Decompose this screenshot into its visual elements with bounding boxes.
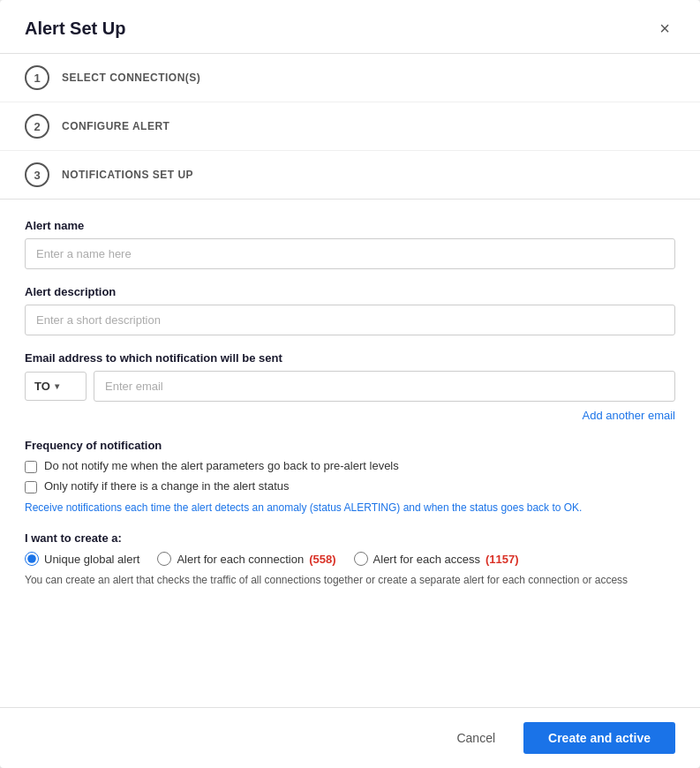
- email-label: Email address to which notification will…: [25, 351, 675, 365]
- alert-desc-label: Alert description: [25, 285, 675, 298]
- chevron-down-icon: ▾: [55, 381, 59, 391]
- frequency-group: Frequency of notification Do not notify …: [25, 439, 675, 516]
- step-2-circle: 2: [25, 114, 49, 139]
- step-3-circle: 3: [25, 162, 49, 187]
- email-type-dropdown[interactable]: TO ▾: [25, 372, 87, 401]
- radio-access[interactable]: [354, 552, 368, 566]
- add-another-email-link[interactable]: Add another email: [582, 409, 675, 422]
- step-2-label: CONFIGURE ALERT: [62, 120, 169, 132]
- alert-name-group: Alert name: [25, 219, 675, 269]
- alert-setup-modal: Alert Set Up × 1 SELECT CONNECTION(S) 2 …: [0, 0, 700, 768]
- radio-unique[interactable]: [25, 552, 39, 566]
- email-type-label: TO: [34, 380, 50, 393]
- checkbox2-label[interactable]: Only notify if there is a change in the …: [44, 479, 289, 493]
- email-input[interactable]: [94, 371, 675, 402]
- modal-header: Alert Set Up ×: [0, 0, 700, 54]
- email-row: TO ▾: [25, 371, 675, 402]
- create-active-button[interactable]: Create and active: [523, 722, 675, 754]
- create-alert-label: I want to create a:: [25, 531, 675, 545]
- step-3-row: 3 NOTIFICATIONS SET UP: [0, 151, 700, 199]
- steps-container: 1 SELECT CONNECTION(S) 2 CONFIGURE ALERT…: [0, 54, 700, 200]
- checkbox2[interactable]: [25, 481, 37, 493]
- radio-connection[interactable]: [157, 552, 171, 566]
- radio-unique-option[interactable]: Unique global alert: [25, 552, 139, 566]
- step-1-circle: 1: [25, 65, 49, 90]
- modal-title: Alert Set Up: [25, 19, 125, 39]
- radio-options-row: Unique global alert Alert for each conne…: [25, 552, 675, 566]
- step-3-label: NOTIFICATIONS SET UP: [62, 169, 193, 181]
- radio-access-label: Alert for each access: [373, 553, 480, 566]
- checkbox2-row: Only notify if there is a change in the …: [25, 479, 675, 493]
- checkbox1[interactable]: [25, 461, 37, 473]
- checkbox1-row: Do not notify me when the alert paramete…: [25, 459, 675, 473]
- frequency-label: Frequency of notification: [25, 439, 675, 452]
- add-email-link-container: Add another email: [25, 407, 675, 423]
- email-group: Email address to which notification will…: [25, 351, 675, 423]
- close-button[interactable]: ×: [654, 18, 675, 39]
- radio-description: You can create an alert that checks the …: [25, 572, 675, 588]
- checkbox1-label[interactable]: Do not notify me when the alert paramete…: [44, 459, 399, 472]
- step-2-row: 2 CONFIGURE ALERT: [0, 102, 700, 151]
- frequency-info-text: Receive notifications each time the aler…: [25, 500, 675, 516]
- radio-connection-label: Alert for each connection: [177, 553, 304, 566]
- radio-access-count: (1157): [485, 553, 519, 566]
- alert-name-label: Alert name: [25, 219, 675, 232]
- alert-desc-group: Alert description: [25, 285, 675, 335]
- radio-unique-label: Unique global alert: [44, 553, 139, 566]
- radio-connection-count: (558): [309, 553, 335, 566]
- radio-connection-option[interactable]: Alert for each connection (558): [157, 552, 335, 566]
- create-alert-group: I want to create a: Unique global alert …: [25, 531, 675, 588]
- radio-access-option[interactable]: Alert for each access (1157): [354, 552, 519, 566]
- step-1-row: 1 SELECT CONNECTION(S): [0, 54, 700, 102]
- alert-desc-input[interactable]: [25, 305, 675, 335]
- modal-footer: Cancel Create and active: [0, 707, 700, 768]
- form-area: Alert name Alert description Email addre…: [0, 200, 700, 707]
- alert-name-input[interactable]: [25, 238, 675, 269]
- cancel-button[interactable]: Cancel: [440, 724, 511, 752]
- step-1-label: SELECT CONNECTION(S): [62, 72, 200, 84]
